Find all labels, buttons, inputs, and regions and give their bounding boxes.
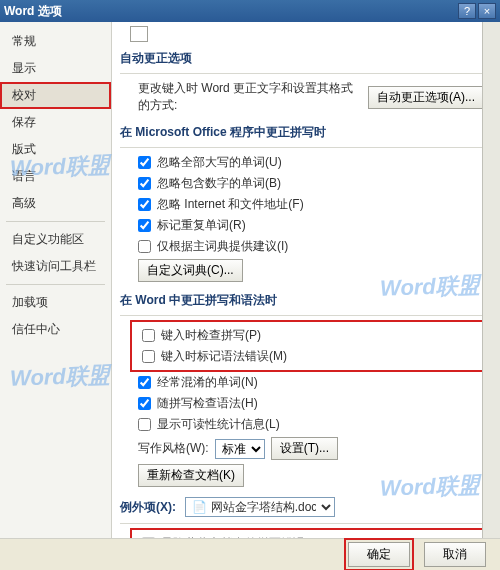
highlight-box-exceptions: 只隐藏此文档中的拼写错误(S) 只隐藏此文档中的语法错误(D): [130, 528, 484, 538]
lbl-ignore-internet: 忽略 Internet 和文件地址(F): [157, 196, 304, 213]
cb-ignore-internet[interactable]: [138, 198, 151, 211]
lbl-mark-grammar: 键入时标记语法错误(M): [161, 348, 287, 365]
close-button[interactable]: ×: [478, 3, 496, 19]
exceptions-select[interactable]: 📄 网站金字塔结构.docx: [185, 497, 335, 517]
lbl-main-dict-only: 仅根据主词典提供建议(I): [157, 238, 288, 255]
lbl-grammar-with-spell: 随拼写检查语法(H): [157, 395, 258, 412]
nav-language[interactable]: 语言: [0, 163, 111, 190]
lbl-hide-spelling-doc: 只隐藏此文档中的拼写错误(S): [161, 535, 321, 538]
cb-grammar-with-spell[interactable]: [138, 397, 151, 410]
cancel-button[interactable]: 取消: [424, 542, 486, 567]
nav-trust[interactable]: 信任中心: [0, 316, 111, 343]
custom-dictionaries-button[interactable]: 自定义词典(C)...: [138, 259, 243, 282]
cb-ignore-uppercase[interactable]: [138, 156, 151, 169]
cb-hide-spelling-doc[interactable]: [142, 537, 155, 538]
cb-readability[interactable]: [138, 418, 151, 431]
cb-ignore-numbers[interactable]: [138, 177, 151, 190]
nav-display[interactable]: 显示: [0, 55, 111, 82]
lbl-flag-repeated: 标记重复单词(R): [157, 217, 246, 234]
highlight-ok: 确定: [344, 538, 414, 570]
abc-icon: [130, 26, 148, 42]
nav-qat[interactable]: 快速访问工具栏: [0, 253, 111, 280]
nav-layout[interactable]: 版式: [0, 136, 111, 163]
lbl-confused-words: 经常混淆的单词(N): [157, 374, 258, 391]
help-button[interactable]: ?: [458, 3, 476, 19]
nav-customize-ribbon[interactable]: 自定义功能区: [0, 226, 111, 253]
content-pane: 自动更正选项 更改键入时 Word 更正文字和设置其格式的方式: 自动更正选项(…: [112, 22, 500, 538]
exceptions-label: 例外项(X):: [120, 500, 176, 514]
recheck-button[interactable]: 重新检查文档(K): [138, 464, 244, 487]
lbl-readability: 显示可读性统计信息(L): [157, 416, 280, 433]
watermark: Word联盟: [10, 360, 111, 393]
dialog-footer: 确定 取消: [0, 538, 500, 570]
writing-style-label: 写作风格(W):: [138, 440, 209, 457]
nav-separator: [6, 221, 105, 222]
ok-button[interactable]: 确定: [348, 542, 410, 567]
autocorrect-label: 更改键入时 Word 更正文字和设置其格式的方式:: [138, 80, 362, 114]
cb-mark-grammar[interactable]: [142, 350, 155, 363]
writing-style-select[interactable]: 标准: [215, 439, 265, 459]
sidebar: 常规 显示 校对 保存 版式 语言 高级 自定义功能区 快速访问工具栏 加载项 …: [0, 22, 112, 538]
section-exceptions: 例外项(X): 📄 网站金字塔结构.docx: [120, 489, 484, 523]
nav-separator-2: [6, 284, 105, 285]
nav-advanced[interactable]: 高级: [0, 190, 111, 217]
cb-check-spelling[interactable]: [142, 329, 155, 342]
section-word-spellgrammar: 在 Word 中更正拼写和语法时: [120, 284, 484, 315]
section-autocorrect: 自动更正选项: [120, 42, 484, 73]
titlebar: Word 选项 ? ×: [0, 0, 500, 22]
lbl-ignore-numbers: 忽略包含数字的单词(B): [157, 175, 281, 192]
nav-proofing[interactable]: 校对: [0, 82, 111, 109]
cb-flag-repeated[interactable]: [138, 219, 151, 232]
scrollbar-thumb[interactable]: [484, 26, 499, 86]
window-title: Word 选项: [4, 3, 456, 20]
nav-save[interactable]: 保存: [0, 109, 111, 136]
autocorrect-options-button[interactable]: 自动更正选项(A)...: [368, 86, 484, 109]
nav-addins[interactable]: 加载项: [0, 289, 111, 316]
cb-confused-words[interactable]: [138, 376, 151, 389]
settings-button[interactable]: 设置(T)...: [271, 437, 338, 460]
section-office-spell: 在 Microsoft Office 程序中更正拼写时: [120, 116, 484, 147]
cb-main-dict-only[interactable]: [138, 240, 151, 253]
nav-general[interactable]: 常规: [0, 28, 111, 55]
highlight-box-spellgrammar: 键入时检查拼写(P) 键入时标记语法错误(M): [130, 320, 484, 372]
lbl-ignore-uppercase: 忽略全部大写的单词(U): [157, 154, 282, 171]
lbl-check-spelling: 键入时检查拼写(P): [161, 327, 261, 344]
